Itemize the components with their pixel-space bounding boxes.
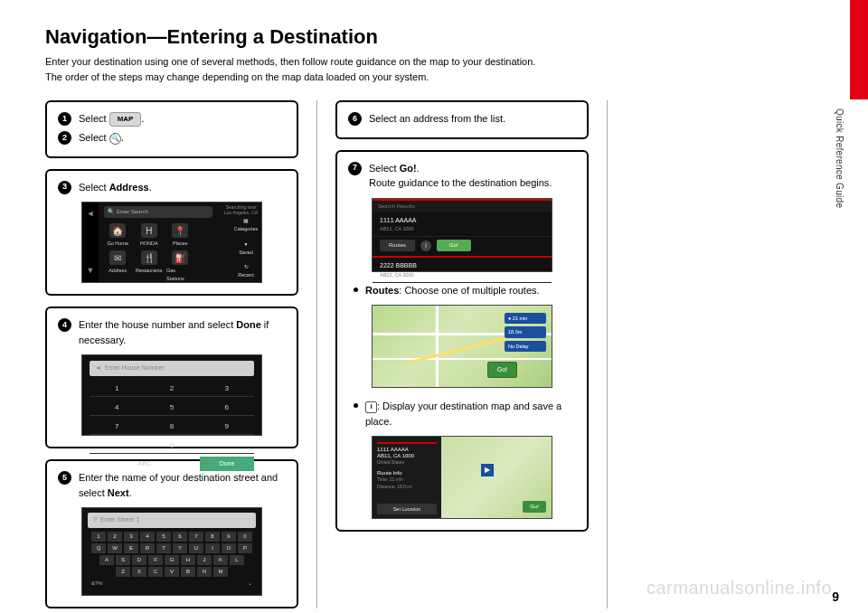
keyboard-key: T [156, 543, 171, 553]
keyboard-key: A [99, 555, 114, 565]
intro-line-1: Enter your destination using one of seve… [45, 56, 535, 67]
set-location-button: Set Location [377, 504, 437, 514]
page-content: Navigation—Entering a Destination Enter … [0, 0, 868, 613]
keyboard-key: G [165, 555, 179, 565]
keyboard-key: I [205, 543, 220, 553]
keyboard-key: 2 [108, 532, 122, 542]
step-card-7: 7 Select Go!. Route guidance to the dest… [335, 150, 589, 533]
keyboard-key: 9 [222, 532, 236, 542]
keyboard-key: R [140, 543, 155, 553]
page-title: Navigation—Entering a Destination [45, 25, 823, 49]
keyboard-key: V [165, 567, 179, 577]
intro-paragraph: Enter your destination using one of seve… [45, 54, 787, 84]
step-5-text: Enter the name of your destination stree… [79, 470, 286, 500]
keyboard-key: P [238, 543, 252, 553]
keyboard-key: 7 [189, 532, 203, 542]
keyboard-key: H [181, 555, 195, 565]
keyboard-key: X [132, 567, 146, 577]
chip-dist: 18.0m [505, 326, 546, 337]
screenshot-search-results: Search Results 1111 AAAAA AB11, CA 1000 … [372, 198, 552, 272]
step-2-text: Select 🔍. [79, 130, 286, 146]
keyboard-key: U [189, 543, 203, 553]
destination-flag-icon: ▶ [481, 464, 494, 476]
chip-time: ● 21 min [505, 313, 546, 324]
keyboard-key: N [197, 567, 212, 577]
down-arrow-icon: ▼ [87, 265, 95, 278]
keyboard-key: 3 [124, 532, 138, 542]
info-button: i [420, 240, 431, 251]
column-right: 6 Select an address from the list. 7 Sel… [335, 100, 589, 608]
info-icon: i [365, 401, 377, 413]
street-field: ?Enter Street 1 [88, 513, 256, 528]
step-3-text: Select Address. [79, 180, 286, 195]
step-card-4: 4 Enter the house number and select Done… [45, 306, 298, 448]
routes-button: Routes [380, 240, 415, 251]
step-badge-4: 4 [58, 318, 71, 332]
keyboard-key: E [124, 543, 138, 553]
search-region-label: Searching near:Los Angeles, CA [224, 205, 258, 215]
step-6-text: Select an address from the list. [369, 111, 576, 127]
step-badge-2: 2 [58, 131, 71, 145]
keyboard-key: 6 [173, 532, 187, 542]
bullet-info: i: Display your destination map and save… [348, 399, 576, 429]
step-badge-7: 7 [348, 162, 362, 175]
kb-row-qwerty: QWERTYUIOP [88, 543, 256, 553]
go-button-2: Go! [523, 501, 546, 513]
screenshot-house-number: ◄Enter House Number 123 456 789 0 ABCDon… [81, 354, 262, 436]
magnify-icon: 🔍 [109, 133, 121, 145]
step-badge-5: 5 [58, 471, 71, 485]
keyboard-key: J [197, 555, 212, 565]
step-card-5: 5 Enter the name of your destination str… [45, 459, 298, 608]
step-3: 3 Select Address. [58, 180, 286, 195]
kb-row-num: 1234567890 [88, 532, 256, 542]
done-button: Done [200, 457, 254, 472]
step-4-text: Enter the house number and select Done i… [79, 317, 286, 347]
step-6: 6 Select an address from the list. [348, 111, 576, 127]
keyboard-key: 5 [156, 532, 171, 542]
search-icon: 🔍 [108, 208, 114, 216]
step-2: 2 Select 🔍. [58, 130, 286, 146]
step-5: 5 Enter the name of your destination str… [58, 470, 286, 500]
tile-go-home: 🏠Go Home [104, 223, 132, 247]
screenshot-where-to: ◄▼ 🔍Enter Search Searching near:Los Ange… [81, 202, 262, 283]
keyboard-key: F [148, 555, 163, 565]
result-item-1: 1111 AAAAA AB11, CA 1000 [373, 212, 552, 238]
keyboard-key: S [116, 555, 130, 565]
keyboard-key: W [108, 543, 122, 553]
kb-row-asdf: ASDFGHJKL [88, 555, 256, 565]
go-button: Go! [437, 240, 471, 251]
kb-row-zxcv: ZXCVBNM [88, 567, 256, 577]
intro-line-2: The order of the steps may change depend… [45, 71, 429, 82]
keyboard-key: K [213, 555, 228, 565]
keyboard-key: O [222, 543, 236, 553]
back-arrow-icon: ◄ [87, 208, 95, 221]
keyboard-key: M [213, 567, 228, 577]
keyboard-key: Z [116, 567, 130, 577]
column-divider-2 [607, 100, 608, 608]
keyboard-key: Q [91, 543, 106, 553]
screenshot-routes-map: ● 21 min 18.0m No Delay Go! [372, 305, 552, 388]
keyboard-key: C [148, 567, 163, 577]
step-card-6: 6 Select an address from the list. [335, 100, 589, 139]
step-4: 4 Enter the house number and select Done… [58, 317, 286, 347]
step-7-text: Select Go!. Route guidance to the destin… [369, 161, 576, 191]
abc-button: ABC [90, 457, 200, 472]
step-badge-3: 3 [58, 181, 71, 194]
keyboard-key: 0 [238, 532, 252, 542]
house-number-field: ◄Enter House Number [90, 361, 254, 376]
tile-honda: HHONDA [136, 223, 164, 247]
bullet-routes: Routes: Choose one of multiple routes. [348, 283, 576, 298]
step-card-3: 3 Select Address. ◄▼ 🔍Enter Search Searc… [45, 169, 298, 297]
keyboard-key: 4 [140, 532, 155, 542]
chip-delay: No Delay [505, 341, 546, 352]
tile-restaurants: 🍴Restaurants [136, 250, 164, 282]
keyboard-key: D [132, 555, 146, 565]
tile-places: 📍Places [166, 223, 194, 247]
screenshot-enter-street: ?Enter Street 1 1234567890 QWERTYUIOP AS… [81, 507, 262, 596]
tile-gas: ⛽Gas Stations [166, 250, 194, 282]
search-bar: 🔍Enter Search [104, 206, 212, 218]
step-badge-6: 6 [348, 112, 362, 126]
step-badge-1: 1 [58, 112, 71, 126]
keyboard-key: Y [173, 543, 187, 553]
keyboard-key: B [181, 567, 195, 577]
